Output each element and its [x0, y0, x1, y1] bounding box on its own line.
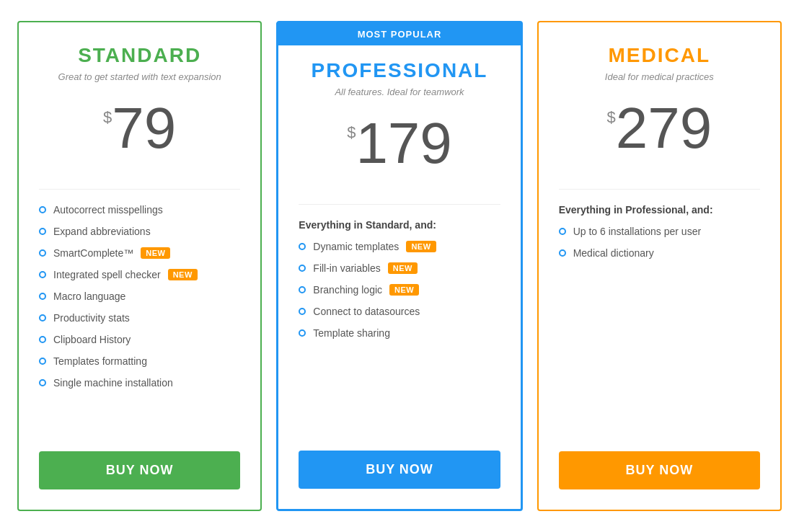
bullet-icon [39, 314, 46, 322]
plan-subtitle-professional: All features. Ideal for teamwork [299, 87, 500, 97]
list-item: Fill-in variablesNEW [299, 262, 500, 274]
list-item: Expand abbreviations [39, 226, 240, 237]
list-item: Autocorrect misspellings [39, 204, 240, 216]
divider-professional [299, 204, 500, 205]
bullet-icon [39, 271, 46, 278]
plan-card-standard: STANDARD Great to get started with text … [17, 21, 262, 511]
plan-subtitle-medical: Ideal for medical practices [559, 71, 760, 82]
feature-text: Template sharing [313, 327, 390, 339]
bullet-icon [39, 228, 46, 235]
list-item: Single machine installation [39, 377, 240, 389]
feature-text: SmartComplete™ [53, 247, 133, 259]
bullet-icon [299, 308, 306, 315]
bullet-icon [39, 336, 46, 343]
feature-text: Dynamic templates [313, 241, 399, 252]
buy-now-button-medical[interactable]: BUY NOW [559, 451, 760, 489]
list-item: Up to 6 installations per user [559, 226, 760, 237]
feature-text: Expand abbreviations [53, 226, 151, 237]
feature-text: Fill-in variables [313, 262, 380, 274]
price-display-professional: $ 179 [347, 115, 452, 172]
plan-name-professional: PROFESSIONAL [299, 59, 500, 82]
price-display-standard: $ 79 [103, 99, 176, 157]
feature-text: Single machine installation [53, 377, 173, 389]
price-amount-medical: 279 [616, 99, 712, 157]
plan-subtitle-standard: Great to get started with text expansion [39, 71, 240, 82]
bullet-icon [39, 379, 46, 386]
new-badge: NEW [388, 262, 418, 274]
bullet-icon [559, 249, 566, 257]
new-badge: NEW [168, 269, 198, 280]
price-display-medical: $ 279 [606, 99, 712, 157]
plan-name-standard: STANDARD [39, 44, 240, 67]
feature-text: Autocorrect misspellings [53, 204, 163, 216]
divider-standard [39, 189, 240, 190]
list-item: Branching logicNEW [299, 284, 500, 296]
new-badge: NEW [389, 284, 419, 296]
feature-text: Macro language [53, 291, 125, 302]
pricing-container: STANDARD Great to get started with text … [17, 21, 782, 511]
feature-text: Up to 6 installations per user [573, 226, 701, 237]
list-item: Clipboard History [39, 334, 240, 345]
price-section-standard: $ 79 [39, 99, 240, 157]
buy-now-button-standard[interactable]: BUY NOW [39, 451, 240, 489]
price-section-medical: $ 279 [559, 99, 760, 157]
plan-card-medical: MEDICAL Ideal for medical practices $ 27… [537, 21, 782, 511]
feature-text: Branching logic [313, 284, 382, 296]
plan-card-professional: MOST POPULAR PROFESSIONAL All features. … [276, 21, 522, 511]
features-list-medical: Up to 6 installations per user Medical d… [559, 226, 760, 430]
list-item: Templates formatting [39, 355, 240, 367]
list-item: Integrated spell checkerNEW [39, 269, 240, 280]
list-item: SmartComplete™NEW [39, 247, 240, 259]
bullet-icon [559, 228, 566, 235]
bullet-icon [299, 243, 306, 250]
price-dollar-medical: $ [606, 108, 615, 127]
divider-medical [559, 189, 760, 190]
most-popular-banner: MOST POPULAR [276, 23, 522, 45]
list-item: Medical dictionary [559, 247, 760, 259]
features-list-standard: Autocorrect misspellings Expand abbrevia… [39, 204, 240, 430]
features-intro-professional: Everything in Standard, and: [299, 219, 500, 231]
feature-text: Templates formatting [53, 355, 147, 367]
feature-text: Medical dictionary [573, 247, 654, 259]
feature-text: Connect to datasources [313, 306, 420, 317]
new-badge: NEW [406, 241, 436, 252]
plan-name-medical: MEDICAL [559, 44, 760, 67]
feature-text: Integrated spell checker [53, 269, 161, 280]
bullet-icon [39, 293, 46, 300]
feature-text: Clipboard History [53, 334, 131, 345]
price-section-professional: $ 179 [299, 115, 500, 172]
price-amount-professional: 179 [356, 115, 451, 172]
bullet-icon [299, 329, 306, 337]
bullet-icon [39, 358, 46, 365]
list-item: Productivity stats [39, 312, 240, 324]
bullet-icon [39, 206, 46, 213]
price-amount-standard: 79 [112, 99, 176, 157]
buy-now-button-professional[interactable]: BUY NOW [299, 451, 500, 489]
list-item: Template sharing [299, 327, 500, 339]
features-intro-medical: Everything in Professional, and: [559, 204, 760, 216]
list-item: Dynamic templatesNEW [299, 241, 500, 252]
bullet-icon [39, 249, 46, 257]
bullet-icon [299, 265, 306, 272]
features-list-professional: Dynamic templatesNEW Fill-in variablesNE… [299, 241, 500, 429]
list-item: Connect to datasources [299, 306, 500, 317]
new-badge: NEW [141, 247, 170, 259]
price-dollar-standard: $ [103, 108, 112, 127]
list-item: Macro language [39, 291, 240, 302]
price-dollar-professional: $ [347, 123, 356, 142]
bullet-icon [299, 286, 306, 293]
feature-text: Productivity stats [53, 312, 130, 324]
